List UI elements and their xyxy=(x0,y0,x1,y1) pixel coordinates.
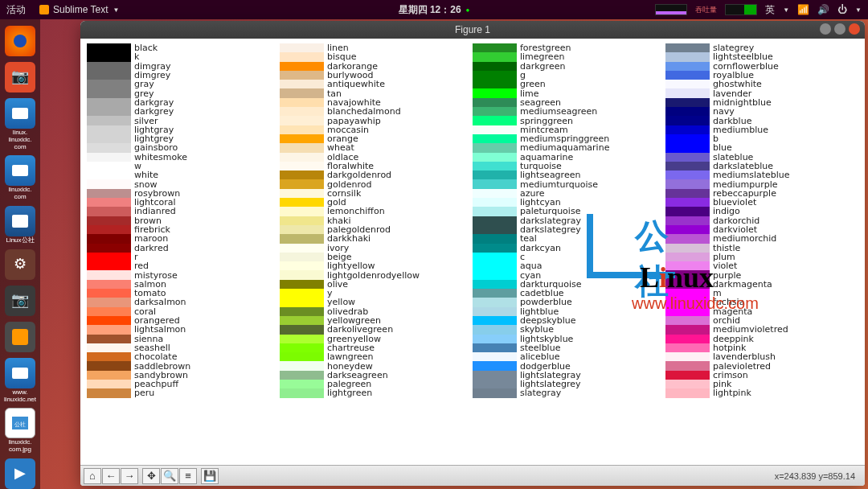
color-swatch xyxy=(665,361,710,370)
color-swatch xyxy=(665,216,710,225)
color-row: wheat xyxy=(280,143,473,152)
color-row: lightslategrey xyxy=(473,380,665,388)
window-titlebar[interactable]: Figure 1 xyxy=(80,21,865,39)
dock-screenshot[interactable]: 📷 xyxy=(3,60,37,95)
color-label: fuchsia xyxy=(713,298,744,306)
home-button[interactable]: ⌂ xyxy=(84,468,101,484)
save-button[interactable]: 💾 xyxy=(201,468,219,484)
dropdown-icon[interactable]: ▼ xyxy=(783,6,789,14)
color-swatch xyxy=(87,116,131,125)
minimize-button[interactable] xyxy=(820,23,831,35)
dock-folder-1[interactable]: linux. linuxidc. com xyxy=(3,97,37,152)
color-swatch xyxy=(473,189,517,198)
lang-indicator[interactable]: 英 xyxy=(765,3,775,17)
color-swatch xyxy=(87,162,131,171)
color-row: antiquewhite xyxy=(280,80,473,88)
dock-video[interactable]: ▶www. linuxidc. com.mp4 xyxy=(3,457,37,489)
color-row: blueviolet xyxy=(665,198,858,207)
color-swatch xyxy=(473,316,517,325)
dock-sublime[interactable] xyxy=(3,320,37,355)
color-row: darkolivegreen xyxy=(280,325,473,334)
color-row: sienna xyxy=(87,335,280,343)
power-icon[interactable]: ⏻ xyxy=(837,4,847,15)
dock-settings[interactable]: ⚙ xyxy=(3,248,37,282)
maximize-button[interactable] xyxy=(834,23,845,35)
back-button[interactable]: ← xyxy=(102,468,120,484)
color-swatch xyxy=(280,316,324,325)
color-row: y xyxy=(280,289,473,298)
color-label: aliceblue xyxy=(520,352,559,361)
color-swatch xyxy=(473,71,517,80)
topbar-right: 吞吐量 英 ▼ 📶 🔊 ⏻ ▼ xyxy=(655,3,862,17)
color-swatch xyxy=(665,280,710,289)
color-label: gainsboro xyxy=(134,143,178,152)
color-swatch xyxy=(280,280,324,289)
color-swatch xyxy=(280,153,324,162)
color-swatch xyxy=(280,352,324,361)
color-swatch xyxy=(473,244,517,253)
dock-image[interactable]: 公社linuxidc. com.jpg xyxy=(3,406,37,455)
color-label: antiquewhite xyxy=(327,80,385,88)
close-button[interactable] xyxy=(849,23,860,35)
color-swatch xyxy=(87,307,131,316)
dock-folder-3[interactable]: www. linuxidc.net xyxy=(3,356,37,405)
color-swatch xyxy=(665,316,710,325)
color-row: slategray xyxy=(473,388,665,397)
color-row: lightgoldenrodyellow xyxy=(280,270,473,279)
color-row: c xyxy=(473,253,665,261)
color-row: papayawhip xyxy=(280,116,473,125)
color-label: papayawhip xyxy=(327,117,381,125)
color-label: bisque xyxy=(327,52,357,61)
clock[interactable]: 星期四 12：26 xyxy=(399,3,461,17)
color-label: limegreen xyxy=(520,52,564,61)
color-row: mediumorchid xyxy=(665,234,858,243)
color-swatch xyxy=(280,234,324,243)
topbar-center[interactable]: 星期四 12：26 ● xyxy=(399,3,470,17)
color-label: violet xyxy=(713,261,737,270)
dock-camera[interactable]: 📷 xyxy=(3,284,37,318)
color-row: thistle xyxy=(665,244,858,253)
color-swatch xyxy=(280,143,324,152)
color-row: g xyxy=(473,71,665,80)
color-row: mediumvioletred xyxy=(665,325,858,334)
color-row: lightsalmon xyxy=(87,325,280,334)
color-row: midnightblue xyxy=(665,98,858,107)
color-swatch xyxy=(280,225,324,234)
app-name[interactable]: Sublime Text xyxy=(53,4,108,15)
color-label: skyblue xyxy=(520,325,554,334)
forward-button[interactable]: → xyxy=(121,468,138,484)
zoom-button[interactable]: 🔍 xyxy=(161,468,178,484)
dock-office[interactable]: Linux公社 xyxy=(3,204,37,246)
color-swatch xyxy=(473,153,517,162)
color-row: rebeccapurple xyxy=(665,189,858,198)
color-row: blue xyxy=(665,143,858,152)
color-row: darkred xyxy=(87,244,280,253)
color-label: darkmagenta xyxy=(713,280,772,289)
net-graph-icon[interactable] xyxy=(655,4,687,15)
cpu-graph-icon[interactable] xyxy=(725,4,757,15)
dock-folder-2[interactable]: linuxidc. com xyxy=(3,154,37,203)
volume-icon[interactable]: 🔊 xyxy=(817,4,829,15)
color-swatch xyxy=(87,107,131,116)
color-swatch xyxy=(665,298,710,306)
dropdown-icon[interactable]: ▼ xyxy=(113,6,119,14)
pan-button[interactable]: ✥ xyxy=(142,468,160,484)
color-row: lightgreen xyxy=(280,388,473,397)
activities-button[interactable]: 活动 xyxy=(6,3,26,17)
color-label: snow xyxy=(134,180,157,189)
color-row: lightgrey xyxy=(87,134,280,143)
color-swatch xyxy=(280,244,324,253)
color-label: mediumaquamarine xyxy=(520,143,609,152)
dock-firefox[interactable] xyxy=(3,24,37,59)
color-swatch xyxy=(280,62,324,71)
color-swatch xyxy=(473,270,517,279)
color-row: powderblue xyxy=(473,298,665,306)
color-row: steelblue xyxy=(473,343,665,352)
color-swatch xyxy=(473,280,517,289)
color-swatch xyxy=(665,171,710,179)
color-swatch xyxy=(665,289,710,298)
color-swatch xyxy=(665,307,710,316)
dropdown-icon[interactable]: ▼ xyxy=(855,6,862,14)
network-icon[interactable]: 📶 xyxy=(797,4,809,15)
configure-button[interactable]: ≡ xyxy=(179,468,197,484)
